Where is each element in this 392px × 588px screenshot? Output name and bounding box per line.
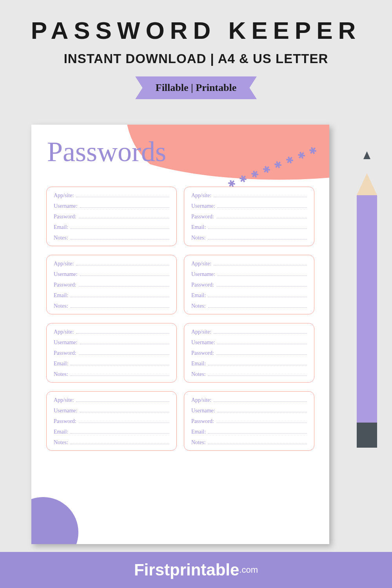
field-line[interactable] bbox=[216, 214, 307, 218]
field-line[interactable] bbox=[208, 236, 307, 240]
field-label: Notes: bbox=[54, 303, 68, 309]
field-row: Notes: bbox=[191, 303, 307, 309]
field-line[interactable] bbox=[79, 351, 169, 355]
field-row: Notes: bbox=[54, 371, 169, 377]
field-row: Password: bbox=[54, 418, 169, 425]
field-line[interactable] bbox=[80, 340, 169, 344]
field-line[interactable] bbox=[216, 351, 307, 355]
pencil-tip bbox=[357, 173, 377, 195]
field-line[interactable] bbox=[214, 261, 307, 265]
field-label: Password: bbox=[191, 418, 214, 425]
field-label: Password: bbox=[191, 282, 214, 288]
field-line[interactable] bbox=[79, 419, 169, 423]
field-line[interactable] bbox=[71, 372, 169, 376]
field-label: App/site: bbox=[191, 261, 211, 267]
field-line[interactable] bbox=[76, 398, 169, 402]
field-label: App/site: bbox=[54, 329, 74, 335]
field-row: Username: bbox=[54, 408, 169, 414]
pencil-lead bbox=[363, 151, 370, 159]
field-line[interactable] bbox=[76, 261, 169, 265]
password-card: App/site:Username:Password:Email:Notes: bbox=[46, 255, 177, 314]
field-row: Username: bbox=[54, 271, 169, 278]
field-row: App/site: bbox=[191, 329, 307, 335]
field-row: Email: bbox=[191, 361, 307, 367]
field-label: Username: bbox=[54, 271, 78, 278]
field-line[interactable] bbox=[76, 193, 169, 197]
field-line[interactable] bbox=[71, 236, 169, 240]
field-row: Email: bbox=[54, 224, 169, 230]
field-row: Password: bbox=[191, 282, 307, 288]
field-row: App/site: bbox=[54, 397, 169, 403]
field-label: Password: bbox=[54, 282, 76, 288]
field-label: Password: bbox=[54, 214, 76, 220]
field-line[interactable] bbox=[71, 361, 169, 365]
field-row: Username: bbox=[191, 408, 307, 414]
field-line[interactable] bbox=[214, 330, 307, 334]
field-row: Username: bbox=[191, 203, 307, 209]
field-row: App/site: bbox=[54, 329, 169, 335]
field-row: App/site: bbox=[54, 192, 169, 199]
field-row: Password: bbox=[191, 214, 307, 220]
field-label: App/site: bbox=[54, 192, 74, 199]
field-label: Notes: bbox=[191, 235, 206, 241]
footer-brand: Firstprintable bbox=[134, 561, 239, 579]
field-row: Email: bbox=[54, 429, 169, 435]
field-row: Email: bbox=[191, 224, 307, 230]
field-row: Username: bbox=[191, 271, 307, 278]
field-label: Username: bbox=[191, 203, 215, 209]
field-line[interactable] bbox=[71, 430, 169, 434]
password-card: App/site:Username:Password:Email:Notes: bbox=[46, 391, 177, 451]
field-line[interactable] bbox=[218, 408, 307, 412]
password-card: App/site:Username:Password:Email:Notes: bbox=[184, 391, 314, 451]
field-row: Notes: bbox=[54, 439, 169, 446]
field-line[interactable] bbox=[216, 283, 307, 287]
field-line[interactable] bbox=[80, 408, 169, 412]
field-row: Password: bbox=[54, 350, 169, 356]
field-label: Notes: bbox=[54, 235, 68, 241]
field-row: Notes: bbox=[191, 235, 307, 241]
field-line[interactable] bbox=[208, 361, 307, 365]
field-label: Email: bbox=[54, 292, 68, 299]
subtitle: INSTANT DOWNLOAD | A4 & US LETTER bbox=[0, 51, 392, 66]
cards-grid: App/site:Username:Password:Email:Notes:A… bbox=[46, 187, 314, 451]
field-row: Notes: bbox=[191, 371, 307, 377]
main-title: PASSWORD KEEPER bbox=[0, 0, 392, 44]
field-row: Notes: bbox=[54, 235, 169, 241]
field-line[interactable] bbox=[79, 283, 169, 287]
field-line[interactable] bbox=[208, 225, 307, 229]
pencil-icon bbox=[357, 173, 377, 448]
field-line[interactable] bbox=[71, 440, 169, 444]
field-line[interactable] bbox=[216, 419, 307, 423]
field-line[interactable] bbox=[76, 330, 169, 334]
ribbon-text: Fillable | Printable bbox=[156, 82, 237, 94]
field-line[interactable] bbox=[80, 204, 169, 208]
field-line[interactable] bbox=[208, 440, 307, 444]
field-line[interactable] bbox=[79, 214, 169, 218]
field-line[interactable] bbox=[214, 193, 307, 197]
field-label: App/site: bbox=[54, 397, 74, 403]
field-line[interactable] bbox=[218, 204, 307, 208]
password-card: App/site:Username:Password:Email:Notes: bbox=[46, 187, 177, 246]
field-line[interactable] bbox=[208, 430, 307, 434]
field-label: Username: bbox=[191, 271, 215, 278]
field-line[interactable] bbox=[71, 293, 169, 297]
field-label: Email: bbox=[54, 224, 68, 230]
field-label: Password: bbox=[54, 350, 76, 356]
field-row: Password: bbox=[191, 350, 307, 356]
field-line[interactable] bbox=[208, 372, 307, 376]
field-line[interactable] bbox=[208, 293, 307, 297]
field-label: Password: bbox=[191, 214, 214, 220]
field-line[interactable] bbox=[214, 398, 307, 402]
field-label: App/site: bbox=[54, 261, 74, 267]
field-line[interactable] bbox=[80, 272, 169, 276]
field-row: Notes: bbox=[54, 303, 169, 309]
field-label: Password: bbox=[191, 350, 214, 356]
purple-corner-decoration bbox=[31, 497, 78, 544]
field-line[interactable] bbox=[218, 272, 307, 276]
field-label: Username: bbox=[54, 339, 78, 346]
field-line[interactable] bbox=[218, 340, 307, 344]
field-line[interactable] bbox=[71, 225, 169, 229]
password-card: App/site:Username:Password:Email:Notes: bbox=[184, 255, 314, 314]
field-line[interactable] bbox=[71, 304, 169, 308]
field-line[interactable] bbox=[208, 304, 307, 308]
